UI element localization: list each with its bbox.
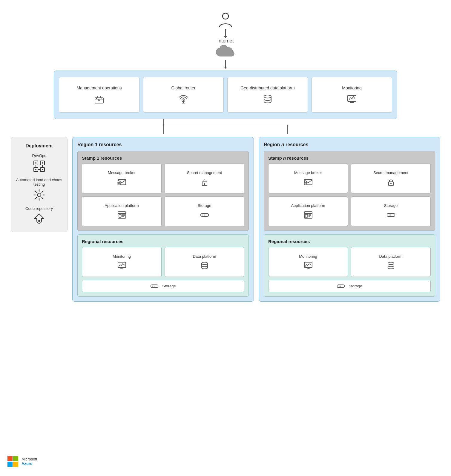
svg-point-60 — [390, 183, 392, 184]
svg-point-30 — [42, 169, 43, 170]
settings-icon — [33, 188, 46, 202]
devops-label: DevOps — [32, 153, 46, 158]
svg-rect-78 — [7, 456, 13, 461]
lock-icon-n — [386, 178, 395, 187]
app-platform-icon-n — [304, 210, 313, 219]
svg-point-74 — [388, 262, 394, 265]
regionN-title: Region n resources — [264, 142, 435, 147]
connector-arrows — [54, 119, 397, 137]
storage-icon-rn — [337, 284, 345, 288]
svg-rect-58 — [304, 182, 307, 185]
microsoft-label: Microsoft — [22, 457, 37, 461]
router-icon — [178, 94, 189, 104]
monitoring-global-title: Monitoring — [342, 85, 361, 91]
regional1-grid: Monitoring Data platform — [82, 247, 244, 277]
msg-broker-1-card: Message broker — [82, 164, 162, 193]
azure-footer: Microsoft Azure — [7, 456, 37, 467]
azure-text: Microsoft Azure — [22, 457, 37, 466]
regionalN-title: Regional resources — [268, 239, 431, 244]
global-router-title: Global router — [171, 85, 196, 91]
storage-icon-r1 — [150, 284, 159, 288]
svg-rect-3 — [98, 99, 100, 100]
svg-rect-42 — [119, 214, 121, 217]
storage-n-title: Storage — [384, 203, 398, 208]
msg-broker-n-card: Message broker — [268, 164, 348, 193]
svg-rect-64 — [305, 214, 308, 217]
app-platform-n-title: Application platform — [291, 203, 325, 208]
deployment-title: Deployment — [25, 143, 53, 149]
stampN-grid: Message broker Secret managemen — [268, 164, 431, 226]
monitoring-rn-title: Monitoring — [299, 254, 317, 259]
data-platform-r1-title: Data platform — [193, 254, 216, 259]
app-platform-1-card: Application platform — [82, 196, 162, 226]
regionN-box: Region n resources Stamp n resources Mes… — [259, 137, 440, 302]
storage-rn-label: Storage — [349, 284, 362, 288]
storage-1-title: Storage — [198, 203, 211, 208]
database-icon-rn — [386, 261, 395, 270]
management-operations-title: Management operations — [77, 85, 122, 91]
management-operations-card: Management operations — [59, 77, 139, 113]
svg-point-27 — [35, 162, 36, 164]
global-bar: Management operations Global router — [54, 71, 397, 119]
svg-rect-81 — [13, 462, 18, 467]
internet-section: Internet — [6, 6, 445, 68]
monitoring-r1-card: Monitoring — [82, 247, 162, 277]
cloud-icon — [215, 45, 236, 59]
stamp1-box: Stamp 1 resources Message broker — [77, 151, 249, 231]
geo-data-title: Geo-distributed data platform — [240, 85, 294, 91]
database-icon — [262, 94, 273, 104]
storage-icon-1 — [200, 210, 209, 219]
toolbox-icon — [94, 94, 105, 104]
storage-rn-row: Storage — [268, 280, 431, 292]
storage-1-card: Storage — [165, 196, 244, 226]
envelope-icon-n — [304, 178, 313, 187]
secret-mgmt-n-title: Secret management — [373, 170, 408, 176]
svg-point-38 — [204, 183, 205, 184]
load-testing-label: Automated load and chaos testing — [16, 178, 62, 187]
svg-point-77 — [340, 286, 341, 286]
internet-label: Internet — [217, 38, 234, 44]
regions-container: Region 1 resources Stamp 1 resources Mes… — [72, 137, 440, 302]
monitoring-icon-r1 — [117, 261, 126, 270]
svg-point-55 — [154, 286, 155, 286]
deployment-sidebar: Deployment DevOps — [11, 137, 68, 232]
devops-item: DevOps — [32, 153, 46, 173]
stampN-box: Stamp n resources Message broker — [264, 151, 435, 231]
arrow-cloud-to-global — [225, 60, 226, 67]
regional1-box: Regional resources Monitoring — [77, 234, 249, 297]
svg-point-69 — [389, 215, 389, 216]
code-repo-item: Code repository — [25, 206, 53, 226]
devops-icon — [33, 160, 46, 173]
git-icon — [33, 213, 46, 226]
diagram-container: Internet Management operations Global ro… — [0, 0, 451, 476]
storage-r1-row: Storage — [82, 280, 244, 292]
svg-point-70 — [390, 215, 391, 216]
svg-point-32 — [38, 220, 40, 222]
svg-point-76 — [339, 286, 340, 286]
svg-point-10 — [264, 95, 271, 98]
app-platform-1-title: Application platform — [105, 203, 139, 208]
app-platform-n-card: Application platform — [268, 196, 348, 226]
person-icon — [218, 12, 233, 29]
monitoring-global-card: Monitoring — [312, 77, 392, 113]
main-content: Deployment DevOps — [6, 137, 445, 302]
svg-point-31 — [37, 193, 41, 197]
envelope-icon-1 — [117, 178, 126, 187]
monitoring-icon-rn — [304, 261, 313, 270]
region1-box: Region 1 resources Stamp 1 resources Mes… — [72, 137, 254, 302]
monitoring-icon — [346, 94, 357, 104]
global-router-card: Global router — [143, 77, 224, 113]
stamp1-title: Stamp 1 resources — [82, 155, 244, 161]
msg-broker-1-title: Message broker — [108, 170, 136, 176]
svg-rect-79 — [13, 456, 18, 461]
storage-icon-n — [386, 210, 395, 219]
data-platform-r1-card: Data platform — [165, 247, 244, 277]
regional1-title: Regional resources — [82, 239, 244, 244]
load-testing-item: Automated load and chaos testing — [16, 178, 62, 202]
data-platform-rn-card: Data platform — [351, 247, 431, 277]
regionalN-box: Regional resources Monitoring — [264, 234, 435, 297]
azure-logo — [7, 456, 19, 467]
svg-point-52 — [202, 262, 208, 265]
database-icon-r1 — [200, 261, 209, 270]
app-platform-icon-1 — [117, 210, 126, 219]
